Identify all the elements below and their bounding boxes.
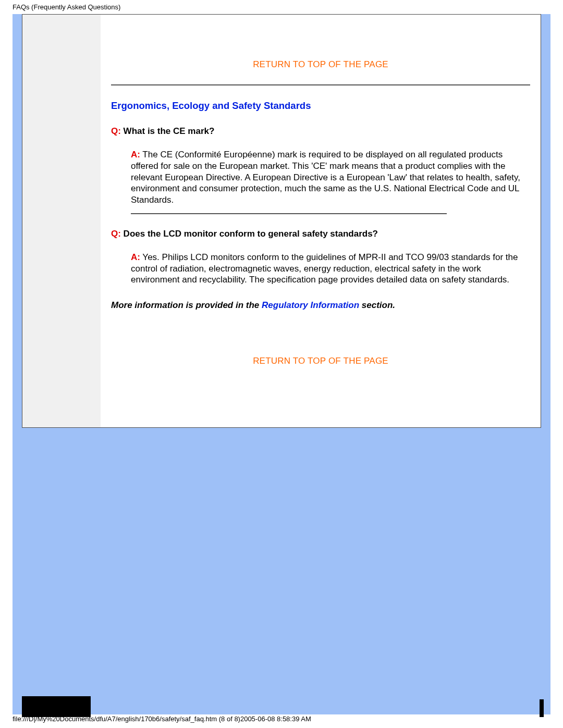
a-text: Yes. Philips LCD monitors conform to the… [131,252,518,285]
page-background: RETURN TO TOP OF THE PAGE Ergonomics, Ec… [13,14,550,714]
faq-answer-1: A: The CE (Conformité Européenne) mark i… [131,149,530,206]
q-text: What is the CE mark? [121,126,214,136]
left-gutter [22,15,101,427]
more-info-line: More information is provided in the Regu… [111,300,530,311]
faq-question-2: Q: Does the LCD monitor conform to gener… [111,229,530,239]
scrollbar-handle[interactable] [540,699,544,717]
page-header-title: FAQs (Frequently Asked Questions) [0,0,563,14]
a-prefix: A: [131,252,140,262]
answer-divider-wrap [131,213,530,214]
a-prefix: A: [131,150,140,159]
q-prefix: Q: [111,126,121,136]
more-info-pre: More information is provided in the [111,300,262,310]
footer-file-path: file:///D|/My%20Documents/dfu/A7/english… [13,715,311,723]
section-heading: Ergonomics, Ecology and Safety Standards [111,100,530,112]
bottom-left-black-block [22,696,91,717]
q-text: Does the LCD monitor conform to general … [121,229,378,239]
a-text: The CE (Conformité Européenne) mark is r… [131,150,520,205]
content-area: RETURN TO TOP OF THE PAGE Ergonomics, Ec… [101,15,541,427]
document-frame: RETURN TO TOP OF THE PAGE Ergonomics, Ec… [22,14,541,428]
faq-answer-2: A: Yes. Philips LCD monitors conform to … [131,252,530,286]
section-divider [111,84,530,85]
more-info-post: section. [359,300,395,310]
return-to-top-link[interactable]: RETURN TO TOP OF THE PAGE [111,319,530,366]
faq-question-1: Q: What is the CE mark? [111,126,530,137]
q-prefix: Q: [111,229,121,239]
return-to-top-link[interactable]: RETURN TO TOP OF THE PAGE [111,15,530,84]
regulatory-information-link[interactable]: Regulatory Information [262,300,359,310]
answer-divider [131,213,447,214]
